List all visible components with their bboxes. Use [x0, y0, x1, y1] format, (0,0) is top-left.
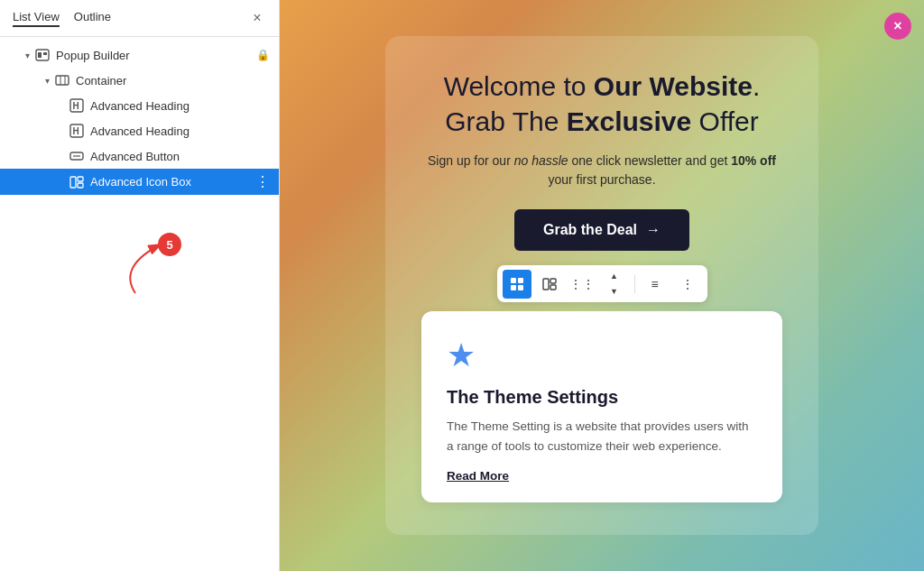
tree-item-advanced-button[interactable]: Advanced Button	[0, 143, 279, 169]
svg-rect-19	[518, 285, 523, 290]
svg-text:H: H	[73, 126, 79, 136]
popup-title-bold1: Our Website	[594, 71, 753, 101]
advanced-button-label: Advanced Button	[90, 150, 270, 163]
svg-rect-13	[78, 177, 83, 181]
toolbar-more-button[interactable]: ⋮	[673, 270, 702, 299]
grab-btn-arrow: →	[646, 222, 661, 238]
svg-rect-2	[43, 52, 47, 55]
toolbar-move-down-button[interactable]: ▼	[600, 284, 629, 299]
spacer	[54, 124, 69, 138]
heading-icon: H	[69, 123, 85, 139]
toolbar-divider	[634, 275, 635, 293]
svg-rect-20	[543, 279, 549, 290]
popup-title: Welcome to Our Website. Grab The Exclusi…	[421, 69, 782, 139]
star-icon: ★	[447, 336, 757, 374]
advanced-heading-2-label: Advanced Heading	[90, 124, 270, 138]
toolbar-align-button[interactable]: ≡	[641, 270, 670, 299]
spacer	[54, 98, 69, 113]
subtitle-part1: Sign up for our	[428, 153, 514, 168]
tab-outline[interactable]: Outline	[74, 10, 111, 27]
svg-rect-18	[511, 285, 516, 290]
popup-title-part3: Offer	[691, 106, 758, 136]
toolbar-move-up-button[interactable]: ▲	[600, 269, 629, 283]
chevron-icon: ▾	[20, 48, 34, 62]
tab-list-view[interactable]: List View	[13, 10, 60, 27]
subtitle-italic: no hassle	[514, 153, 568, 168]
svg-rect-3	[56, 76, 69, 85]
svg-rect-22	[550, 285, 556, 290]
lock-icon: 🔒	[256, 49, 270, 61]
svg-rect-1	[38, 52, 42, 58]
spacer	[54, 175, 69, 189]
button-icon	[69, 148, 85, 164]
toolbar-element-button[interactable]	[535, 270, 564, 299]
panel-header: List View Outline ×	[0, 0, 279, 37]
popup-title-bold2: Exclusive	[567, 106, 691, 136]
svg-rect-21	[550, 279, 556, 283]
spacer	[54, 149, 69, 163]
icon-box-text: The Theme Setting is a website that prov…	[447, 417, 757, 456]
tree-view: ▾ Popup Builder 🔒 ▾ Container	[0, 37, 279, 571]
tree-item-container[interactable]: ▾ Container	[0, 68, 279, 93]
advanced-heading-1-label: Advanced Heading	[90, 99, 270, 113]
popup-subtitle: Sign up for our no hassle one click news…	[421, 152, 782, 189]
popup-builder-label: Popup Builder	[56, 49, 256, 62]
container-icon	[54, 72, 70, 88]
grab-deal-button[interactable]: Grab the Deal →	[514, 209, 689, 251]
element-toolbar: ⋮⋮ ▲ ▼ ≡ ⋮	[497, 265, 707, 302]
left-panel: List View Outline × ▾ Popup Builder 🔒 ▾	[0, 0, 280, 571]
svg-rect-16	[511, 278, 516, 283]
grab-btn-label: Grab the Deal	[543, 222, 637, 238]
popup-card: Welcome to Our Website. Grab The Exclusi…	[385, 36, 818, 534]
popup-close-button[interactable]: ×	[884, 13, 911, 40]
toolbar-layout-button[interactable]	[503, 270, 531, 299]
icon-box-card: ★ The Theme Settings The Theme Setting i…	[421, 311, 782, 502]
subtitle-part3: your first purchase.	[548, 172, 655, 187]
icon-box-title: The Theme Settings	[447, 387, 757, 408]
subtitle-part2: one click newsletter and get	[568, 153, 732, 168]
svg-rect-14	[78, 183, 83, 188]
popup-title-part1: Welcome to	[444, 71, 594, 101]
svg-rect-17	[518, 278, 523, 283]
panel-close-button[interactable]: ×	[248, 9, 266, 27]
right-panel: × Welcome to Our Website. Grab The Exclu…	[280, 0, 924, 571]
tree-item-advanced-icon-box[interactable]: Advanced Icon Box ⋮	[0, 169, 279, 195]
subtitle-bold: 10% off	[731, 153, 776, 168]
popup-builder-icon	[34, 47, 51, 63]
heading-icon: H	[69, 97, 85, 114]
svg-rect-12	[70, 177, 76, 188]
tree-item-advanced-heading-2[interactable]: H Advanced Heading	[0, 118, 279, 143]
svg-text:H: H	[73, 101, 79, 111]
iconbox-icon	[69, 174, 85, 190]
panel-tabs: List View Outline	[13, 10, 111, 27]
context-menu-button[interactable]: ⋮	[255, 173, 270, 190]
toolbar-drag-button[interactable]: ⋮⋮	[568, 270, 596, 299]
chevron-icon: ▾	[40, 73, 54, 87]
container-label: Container	[76, 74, 270, 87]
tree-item-advanced-heading-1[interactable]: H Advanced Heading	[0, 93, 279, 118]
read-more-link[interactable]: Read More	[447, 469, 757, 483]
advanced-icon-box-label: Advanced Icon Box	[90, 175, 255, 189]
tree-item-popup-builder[interactable]: ▾ Popup Builder 🔒	[0, 42, 279, 68]
